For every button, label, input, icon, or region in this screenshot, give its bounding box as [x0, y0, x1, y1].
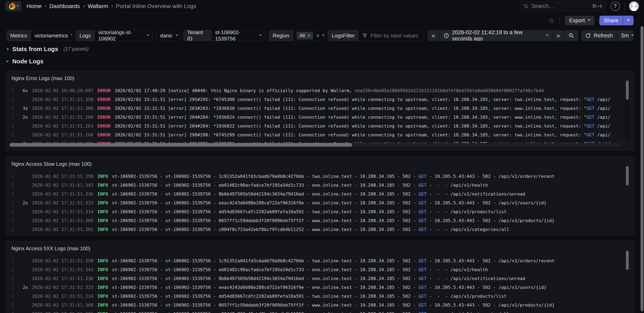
- row-menu-icon[interactable]: ⋮: [10, 302, 16, 308]
- log-row[interactable]: ⋮2x2026-02-02 17:31:51.323INFOst-106902-…: [6, 283, 634, 292]
- panel-vertical-scrollbar[interactable]: [626, 80, 629, 140]
- panel-nginx-access-slow-logs: Nginx Access Slow Logs (max 100) ⋮2026-0…: [6, 156, 634, 235]
- row-menu-icon[interactable]: ⋮: [10, 97, 16, 102]
- row-menu-icon[interactable]: ⋮: [10, 209, 16, 214]
- log-level: INFO: [98, 267, 108, 272]
- log-message: st-106902-1539756 - st-106902-1539756 - …: [112, 218, 634, 223]
- chip-close-icon[interactable]: ×: [307, 33, 310, 38]
- breadcrumb-wallarm[interactable]: Wallarm: [88, 3, 108, 9]
- panel-vertical-scrollbar[interactable]: [626, 250, 629, 313]
- filter-tenant-id-select[interactable]: st-106902-1539756: [212, 30, 265, 41]
- panel-title: Nginx Error Logs (max 100): [6, 74, 634, 81]
- row-menu-icon[interactable]: ⋮: [10, 182, 16, 188]
- log-message: 2026/02/02 17:48:29 [notice] 48#48: this…: [115, 88, 634, 93]
- row-menu-icon[interactable]: ⋮: [10, 191, 16, 197]
- log-segment: st-106902-1539756 - st-106902-1539756 - …: [112, 218, 418, 223]
- row-menu-icon[interactable]: ⋮: [10, 114, 16, 120]
- filter-region: Region All× ×: [269, 30, 324, 41]
- log-row[interactable]: ⋮2026-02-02 17:31:51.309INFOst-106902-15…: [6, 301, 634, 310]
- zoom-out-button[interactable]: [564, 30, 578, 41]
- log-row[interactable]: ⋮2026-02-02 17:31:51.314INFOst-106902-15…: [6, 207, 634, 216]
- search-input[interactable]: Search... ⌘+k: [520, 1, 606, 11]
- region-clear-icon[interactable]: ×: [316, 33, 320, 38]
- row-menu-icon[interactable]: ⋮: [10, 285, 16, 290]
- refresh-interval-value: 5m: [621, 32, 629, 39]
- breadcrumb: Home Dashboards Wallarm Portal Inline Ov…: [26, 3, 196, 9]
- share-button[interactable]: Share: [599, 16, 623, 25]
- log-row[interactable]: ⋮2026-02-02 17:31:51.314INFOst-106902-15…: [6, 292, 634, 301]
- row-menu-icon[interactable]: ⋮: [10, 218, 16, 223]
- log-row[interactable]: ⋮2026-02-02 17:31:51.343INFOst-106902-15…: [6, 265, 634, 274]
- log-row[interactable]: ⋮2x2026-02-02 17:31:51.323INFOst-106902-…: [6, 198, 634, 207]
- log-row[interactable]: ⋮2026-02-02 17:31:51.309INFOst-106902-15…: [6, 216, 634, 225]
- log-row[interactable]: ⋮2026-02-02 17:31:51.350INFOst-106902-15…: [6, 256, 634, 265]
- log-row[interactable]: ⋮2026-02-02 17:31:51.350ERROR2026/02/02 …: [6, 95, 634, 104]
- log-row[interactable]: ⋮6x2026-02-02 19:48:29.697ERROR2026/02/0…: [6, 86, 634, 95]
- row-menu-icon[interactable]: ⋮: [10, 276, 16, 281]
- log-segment: - 10.205.5.43:443 - 502 - /api/v1/users/…: [427, 285, 546, 290]
- row-menu-icon[interactable]: ⋮: [10, 258, 16, 263]
- log-segment: st-106902-1539756 - st-106902-1539756 - …: [112, 276, 418, 281]
- nav-right-cluster: Search... ⌘+k ?: [520, 1, 639, 11]
- row-menu-icon[interactable]: ⋮: [10, 123, 16, 129]
- refresh-button[interactable]: Refresh: [581, 30, 617, 41]
- log-row[interactable]: ⋮2026-02-02 17:31:51.263ERROR2026/02/02 …: [6, 121, 634, 130]
- log-row[interactable]: ⋮2026-02-02 17:31:51.343INFOst-106902-15…: [6, 181, 634, 190]
- filter-tenant-id-value: st-106902-1539756: [215, 30, 256, 41]
- grafana-logo[interactable]: [5, 1, 21, 11]
- log-row[interactable]: ⋮2026-02-02 17:31:51.301INFOst-106902-15…: [6, 310, 634, 313]
- help-icon[interactable]: ?: [610, 1, 620, 11]
- time-shift-forward-button[interactable]: »: [552, 30, 564, 41]
- breadcrumb-dashboards[interactable]: Dashboards: [50, 3, 80, 9]
- row-menu-icon[interactable]: ⋮: [10, 311, 16, 313]
- row-menu-icon[interactable]: ⋮: [10, 294, 16, 299]
- export-button[interactable]: Export: [565, 16, 594, 25]
- scrollbar-thumb[interactable]: [626, 251, 629, 270]
- filter-metrics-select[interactable]: victoriametrics: [31, 30, 72, 41]
- row-menu-icon[interactable]: ⋮: [10, 227, 16, 232]
- log-row[interactable]: ⋮2026-02-02 17:31:51.260ERROR2026/02/02 …: [6, 130, 634, 139]
- section-node-logs[interactable]: Node Logs: [0, 57, 644, 66]
- log-level: INFO: [98, 218, 108, 223]
- time-range-button[interactable]: 2026-02-02 11:42:18 to a few seconds ago: [439, 30, 552, 41]
- row-menu-icon[interactable]: ⋮: [10, 106, 16, 111]
- row-menu-icon[interactable]: ⋮: [10, 174, 16, 179]
- filter-danic-select[interactable]: danic: [156, 30, 180, 41]
- log-message: st-106902-1539756 - st-106902-1539756 - …: [112, 200, 634, 205]
- log-list: ⋮2026-02-02 17:31:51.350INFOst-106902-15…: [6, 172, 634, 234]
- log-segment: - - - /api/v1/health: [427, 183, 488, 188]
- log-row[interactable]: ⋮2026-02-02 17:31:51.336INFOst-106902-15…: [6, 274, 634, 283]
- log-row[interactable]: ⋮2026-02-02 17:31:51.301INFOst-106902-15…: [6, 225, 634, 234]
- favorite-star-icon[interactable]: ☆: [548, 17, 555, 24]
- time-shift-back-button[interactable]: «: [428, 30, 439, 41]
- scrollbar-thumb[interactable]: [640, 26, 644, 312]
- page-scrollbar[interactable]: [640, 0, 644, 313]
- row-menu-icon[interactable]: ⋮: [10, 132, 16, 137]
- funnel-icon: [362, 33, 368, 38]
- panel-vertical-scrollbar[interactable]: [626, 166, 629, 229]
- log-row[interactable]: ⋮2026-02-02 17:31:51.350INFOst-106902-15…: [6, 172, 634, 181]
- logsfilter-input[interactable]: Filter by label values: [358, 30, 424, 41]
- log-message: st-106902-1539756 - st-106902-1539756 - …: [112, 267, 634, 272]
- refresh-interval-select[interactable]: 5m: [617, 30, 634, 41]
- row-menu-icon[interactable]: ⋮: [10, 88, 16, 93]
- breadcrumb-home[interactable]: Home: [26, 3, 42, 9]
- avatar[interactable]: [629, 1, 639, 11]
- filter-logs-select[interactable]: victorialogs-st-106902: [94, 30, 152, 41]
- scrollbar-thumb[interactable]: [626, 80, 629, 100]
- scrollbar-thumb[interactable]: [626, 166, 629, 185]
- row-menu-icon[interactable]: ⋮: [10, 267, 16, 272]
- log-row[interactable]: ⋮2026-02-02 17:31:51.336INFOst-106902-15…: [6, 190, 634, 198]
- grafana-flame-icon: [8, 2, 16, 10]
- region-chip-all[interactable]: All×: [297, 32, 313, 39]
- share-menu-button[interactable]: [623, 16, 634, 25]
- log-segment: - 10.205.5.43:443 - 502 - /api/v1/orders…: [427, 174, 555, 179]
- panel-horizontal-scrollbar[interactable]: [10, 143, 622, 147]
- scrollbar-thumb[interactable]: [10, 143, 352, 147]
- section-stats-from-logs[interactable]: Stats from Logs (17 panels): [0, 44, 644, 54]
- log-row[interactable]: ⋮2x2026-02-02 17:31:51.269ERROR2026/02/0…: [6, 113, 634, 121]
- log-row[interactable]: ⋮3x2026-02-02 17:31:51.309ERROR2026/02/0…: [6, 104, 634, 113]
- filter-region-select[interactable]: All× ×: [293, 30, 324, 41]
- duplicate-count: 2x: [16, 115, 28, 120]
- row-menu-icon[interactable]: ⋮: [10, 200, 16, 205]
